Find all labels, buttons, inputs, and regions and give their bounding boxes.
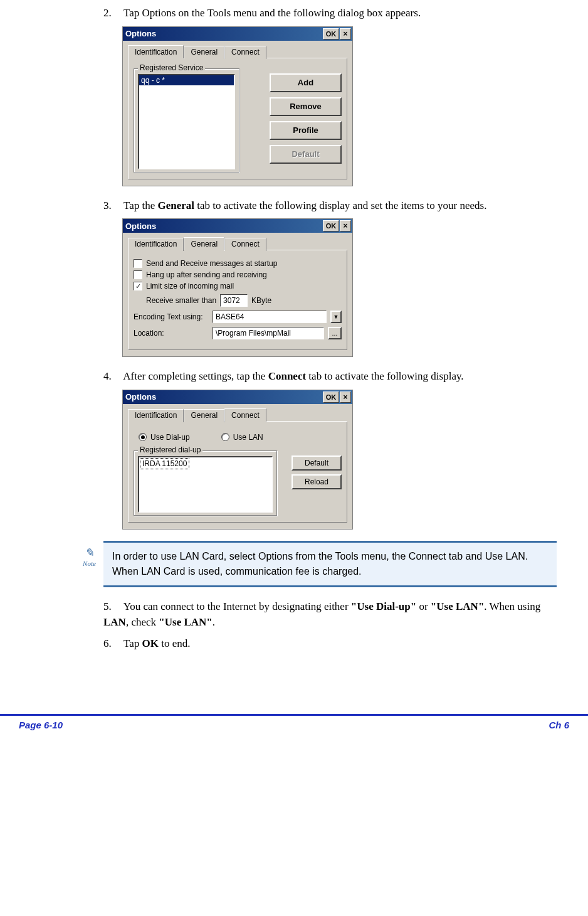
- step-6: 6. Tap OK to end.: [103, 636, 557, 652]
- titlebar: Options OK ×: [123, 390, 352, 404]
- browse-button[interactable]: ...: [328, 327, 342, 339]
- step-2: 2. Tap Options on the Tools menu and the…: [103, 5, 557, 21]
- page-number: Page 6-10: [19, 720, 63, 730]
- step-5: 5. You can connect to the Internet by de…: [103, 599, 557, 631]
- tabset: Identification General Connect: [128, 45, 347, 58]
- tab-identification[interactable]: Identification: [128, 238, 184, 251]
- note-text: In order to use LAN Card, select Options…: [103, 541, 557, 587]
- tab-general[interactable]: General: [184, 409, 224, 422]
- window-title: Options: [125, 221, 322, 231]
- tab-general[interactable]: General: [184, 46, 224, 59]
- note-block: ✎ Note In order to use LAN Card, select …: [75, 541, 557, 587]
- remove-button[interactable]: Remove: [270, 97, 342, 116]
- reload-button[interactable]: Reload: [291, 474, 342, 489]
- tab-general[interactable]: General: [184, 237, 224, 250]
- close-button[interactable]: ×: [340, 220, 351, 232]
- note-icon: ✎ Note: [75, 541, 103, 567]
- window-title: Options: [125, 392, 322, 402]
- options-dialog-general: Options OK × Identification General Conn…: [122, 218, 353, 357]
- chapter-number: Ch 6: [549, 720, 569, 730]
- radio-lan[interactable]: Use LAN: [221, 433, 263, 442]
- tabset: Identification General Connect: [128, 408, 347, 422]
- titlebar: Options OK ×: [123, 219, 352, 233]
- radio-dialup[interactable]: Use Dial-up: [139, 433, 190, 442]
- registered-service-group: Registered Service qq - c *: [134, 68, 239, 173]
- options-dialog-identification: Options OK × Identification General Conn…: [122, 26, 353, 186]
- ok-button[interactable]: OK: [323, 28, 339, 40]
- tab-connect[interactable]: Connect: [224, 408, 266, 422]
- tab-identification[interactable]: Identification: [128, 45, 184, 58]
- radio-icon[interactable]: [139, 433, 147, 441]
- page-footer: Page 6-10 Ch 6: [0, 714, 588, 738]
- checkbox-icon[interactable]: ✓: [134, 282, 142, 290]
- checkbox-icon[interactable]: [134, 259, 142, 268]
- encoding-field[interactable]: BASE64: [213, 311, 327, 323]
- titlebar: Options OK ×: [123, 27, 352, 41]
- service-listbox[interactable]: qq - c *: [138, 74, 235, 169]
- checkbox-hangup[interactable]: Hang up after sending and receiving: [134, 270, 342, 279]
- default-button: Default: [270, 145, 342, 164]
- checkbox-icon[interactable]: [134, 270, 142, 279]
- list-item[interactable]: IRDA 115200: [140, 458, 189, 469]
- default-button[interactable]: Default: [291, 455, 342, 471]
- tab-connect[interactable]: Connect: [224, 238, 266, 251]
- step-3: 3. Tap the General tab to activate the f…: [103, 198, 557, 214]
- tab-identification[interactable]: Identification: [128, 409, 184, 422]
- registered-dialup-group: Registered dial-up IRDA 115200: [134, 450, 277, 516]
- ok-button[interactable]: OK: [323, 220, 339, 232]
- location-field[interactable]: \Program Files\mpMail: [213, 327, 324, 339]
- checkbox-startup[interactable]: Send and Receive messages at startup: [134, 259, 342, 268]
- tabset: Identification General Connect: [128, 237, 347, 250]
- dropdown-icon[interactable]: ▼: [330, 311, 342, 323]
- checkbox-limit-size[interactable]: ✓ Limit size of incoming mail: [134, 282, 342, 290]
- step-4: 4. After completing settings, tap the Co…: [103, 368, 557, 385]
- receive-size-field[interactable]: 3072: [220, 294, 248, 307]
- add-button[interactable]: Add: [270, 73, 342, 92]
- radio-icon[interactable]: [221, 433, 229, 441]
- window-title: Options: [125, 29, 322, 38]
- close-button[interactable]: ×: [340, 28, 351, 40]
- options-dialog-connect: Options OK × Identification General Conn…: [122, 390, 353, 530]
- pencil-icon: ✎: [75, 546, 103, 560]
- tab-connect[interactable]: Connect: [224, 46, 266, 59]
- ok-button[interactable]: OK: [323, 391, 339, 403]
- list-item[interactable]: qq - c *: [139, 75, 234, 85]
- close-button[interactable]: ×: [340, 391, 351, 403]
- dialup-listbox[interactable]: IRDA 115200: [138, 456, 273, 513]
- profile-button[interactable]: Profile: [270, 121, 342, 140]
